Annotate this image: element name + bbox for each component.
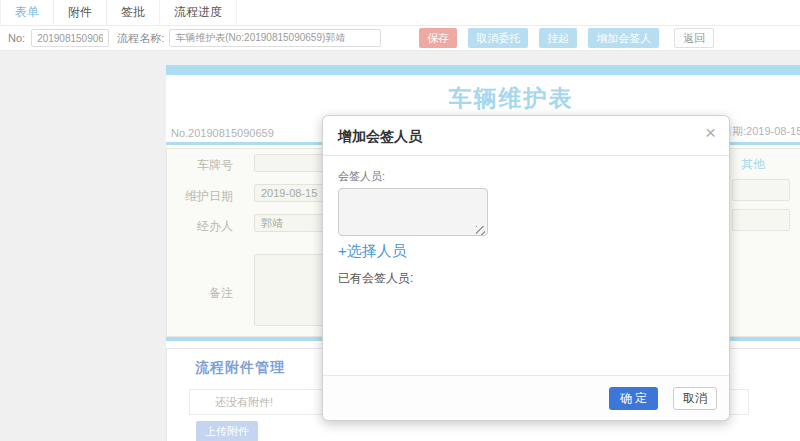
countersign-person-textarea[interactable]	[338, 188, 488, 236]
right-column-input[interactable]	[732, 179, 790, 201]
plate-label: 车牌号	[181, 157, 233, 174]
countersign-textarea-wrap	[338, 188, 488, 240]
tab-sign-approve[interactable]: 签批	[107, 0, 160, 25]
confirm-button[interactable]: 确 定	[609, 387, 658, 410]
tab-attachment[interactable]: 附件	[54, 0, 107, 25]
toolbar: No: 流程名称: 保存 取消委托 挂起 增加会签人 返回	[0, 26, 800, 51]
cancel-delegate-button[interactable]: 取消委托	[468, 28, 528, 48]
countersign-person-label: 会签人员:	[338, 169, 714, 184]
app-root: 表单 附件 签批 流程进度 No: 流程名称: 保存 取消委托 挂起 增加会签人…	[0, 0, 800, 441]
remark-label: 备注	[181, 285, 233, 302]
tab-process-progress[interactable]: 流程进度	[160, 0, 237, 25]
back-button[interactable]: 返回	[674, 28, 714, 48]
existing-countersign-label: 已有会签人员:	[338, 270, 714, 287]
no-input[interactable]	[31, 29, 109, 47]
right-column-input[interactable]	[732, 209, 790, 231]
other-link[interactable]: 其他	[741, 156, 765, 173]
no-label: No:	[8, 32, 25, 44]
attachments-heading: 流程附件管理	[195, 359, 285, 377]
modal-header: 增加会签人员 ×	[323, 116, 729, 156]
modal-body: 会签人员: +选择人员 已有会签人员:	[323, 156, 729, 287]
save-button[interactable]: 保存	[419, 28, 457, 48]
panel-top-accent-bar	[166, 65, 800, 75]
modal-footer: 确 定 取消	[323, 375, 729, 420]
tab-form[interactable]: 表单	[0, 0, 54, 25]
form-number-text: No.20190815090659	[171, 127, 274, 139]
upload-attachment-button[interactable]: 上传附件	[196, 421, 258, 441]
suspend-button[interactable]: 挂起	[539, 28, 577, 48]
page-title: 车辆维护表	[166, 83, 800, 114]
process-name-input[interactable]	[169, 29, 381, 47]
modal-title: 增加会签人员	[338, 128, 422, 144]
add-countersign-modal: 增加会签人员 × 会签人员: +选择人员 已有会签人员: 确 定 取消	[322, 115, 730, 421]
handler-label: 经办人	[181, 218, 233, 235]
cancel-button[interactable]: 取消	[673, 387, 717, 410]
close-icon[interactable]: ×	[705, 123, 716, 142]
select-person-link[interactable]: +选择人员	[338, 242, 407, 261]
tab-bar: 表单 附件 签批 流程进度	[0, 0, 800, 26]
process-name-label: 流程名称:	[117, 31, 164, 46]
add-countersign-button[interactable]: 增加会签人	[588, 28, 659, 48]
maintain-date-label: 维护日期	[181, 188, 233, 205]
